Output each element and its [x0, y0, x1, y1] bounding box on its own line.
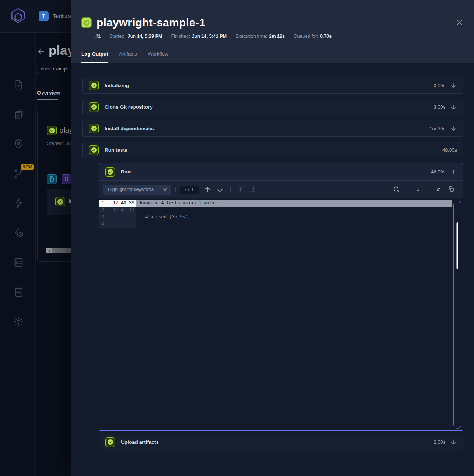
tab-log-output[interactable]: Log Output: [81, 51, 108, 63]
line-number[interactable]: 1: [99, 200, 111, 207]
scroll-to-bottom-button[interactable]: [250, 186, 257, 193]
scroll-bottom-icon: [250, 186, 257, 192]
server-icon: [13, 257, 24, 268]
scrollbar-thumb[interactable]: [52, 248, 71, 253]
meta-value: Jun 14, 5:39 PM: [128, 34, 162, 39]
chevron-down-icon[interactable]: [450, 125, 457, 132]
line-timestamp: [111, 221, 136, 228]
zip-file-icon: [49, 176, 55, 182]
scroll-left-arrow-icon[interactable]: ◀: [46, 248, 52, 253]
log-line[interactable]: 4: [99, 221, 452, 228]
bg-step-label: In: [69, 198, 71, 204]
chevron-down-icon[interactable]: [450, 104, 457, 110]
step-label: Run: [121, 169, 431, 175]
status-success-icon: [89, 81, 99, 90]
tag-value: example: [53, 66, 70, 72]
log-line[interactable]: 3 4 passed (35.5s): [99, 214, 452, 221]
bg-card-title: play: [59, 126, 71, 135]
line-text: Running 4 tests using 1 worker: [136, 200, 452, 207]
log-scrollbar[interactable]: [453, 201, 461, 429]
word-wrap-button[interactable]: [414, 186, 421, 193]
next-match-button[interactable]: [216, 186, 224, 193]
status-success-icon: [89, 124, 99, 133]
meta-value: 0.70s: [320, 34, 332, 39]
log-toolbar-right: [382, 186, 458, 193]
arrow-down-icon: [216, 186, 224, 193]
line-number[interactable]: 4: [99, 221, 111, 228]
git-commit-icon: [63, 176, 69, 182]
sidebar-item-triggers[interactable]: [13, 198, 24, 209]
background-page: T Testkube: [0, 0, 71, 476]
bg-page-title: play: [49, 43, 71, 58]
org-name: Testkube: [53, 13, 71, 19]
toolbar-divider: [175, 187, 176, 192]
sidebar-item-tests[interactable]: [13, 79, 24, 90]
git-commit-button[interactable]: [62, 174, 71, 184]
step-duration: 48.00s: [442, 147, 457, 153]
toolbar-divider: [407, 187, 407, 192]
step-row-run-tests[interactable]: Run tests 48.00s: [82, 142, 463, 158]
copy-log-button[interactable]: [448, 186, 455, 193]
gear-icon: [13, 316, 24, 327]
meta-label: Started:: [109, 34, 126, 39]
chevron-up-icon[interactable]: [450, 169, 457, 175]
toolbar-divider: [428, 187, 428, 192]
line-number[interactable]: 2: [99, 207, 111, 214]
meta-value: 2m 12s: [269, 34, 284, 39]
shield-gear-icon: [13, 138, 24, 149]
tab-artifacts[interactable]: Artifacts: [119, 51, 137, 63]
step-row-clone-git[interactable]: Clone Git repository 3.00s: [82, 99, 463, 115]
run-step-panel: Run 46.00s Highlight for keywords - / 1: [99, 163, 463, 431]
testkube-logo-icon[interactable]: [9, 6, 27, 26]
line-text: [136, 221, 452, 228]
scroll-to-top-button[interactable]: [237, 186, 245, 193]
sidebar-item-test-suites[interactable]: [13, 109, 24, 120]
line-text: ....: [136, 207, 452, 214]
chevron-down-icon[interactable]: [450, 82, 457, 89]
sidebar-item-environment[interactable]: [13, 257, 24, 268]
status-success-icon: [47, 126, 57, 135]
step-duration: 3.00s: [434, 104, 445, 110]
org-avatar: T: [39, 11, 49, 21]
sidebar-item-sources[interactable]: [13, 168, 24, 179]
sidebar-item-webhooks[interactable]: [13, 227, 24, 238]
sidebar-item-status-pages[interactable]: [13, 287, 24, 298]
line-text: 4 passed (35.5s): [136, 214, 452, 221]
run-step-header[interactable]: Run 46.00s: [99, 163, 463, 181]
search-button[interactable]: [393, 186, 400, 193]
sidebar-item-executors[interactable]: [13, 138, 24, 149]
back-button[interactable]: [36, 47, 45, 56]
status-success-icon: [89, 102, 99, 112]
close-drawer-button[interactable]: [455, 19, 464, 27]
drawer-tabs: Log Output Artifacts Workflow: [81, 51, 464, 63]
artifacts-zip-button[interactable]: [47, 174, 57, 184]
meta-label: Execution time:: [236, 34, 267, 39]
tab-workflow[interactable]: Workflow: [148, 51, 168, 63]
drawer-body: Initializing 0.00s Clone Git repository …: [71, 63, 474, 476]
sidebar-item-settings[interactable]: [13, 316, 24, 327]
previous-match-button[interactable]: [204, 186, 211, 193]
files-check-icon: [13, 109, 24, 120]
step-row-initializing[interactable]: Initializing 0.00s: [82, 77, 463, 94]
step-label: Install dependencies: [105, 126, 429, 131]
chevron-down-icon[interactable]: [450, 439, 457, 446]
line-number[interactable]: 3: [99, 214, 111, 221]
step-row-install-dependencies[interactable]: Install dependencies 1m 20s: [82, 120, 463, 137]
sidebar: NEW: [0, 33, 36, 476]
step-row-upload-artifacts[interactable]: Upload artifacts 2.00s: [99, 434, 463, 450]
copy-icon: [448, 186, 454, 192]
execution-number: #1: [95, 34, 101, 39]
back-arrow-icon: [36, 47, 45, 56]
org-selector[interactable]: T Testkube: [39, 11, 71, 21]
highlight-keywords-select[interactable]: Highlight for keywords: [103, 185, 171, 195]
log-line[interactable]: 1 17:40:36 Running 4 tests using 1 worke…: [99, 200, 452, 207]
log-scrollbar-thumb[interactable]: [457, 222, 458, 269]
lightning-forward-icon: [13, 227, 24, 238]
horizontal-scrollbar[interactable]: ◀: [46, 248, 71, 253]
lightning-icon: [13, 198, 24, 209]
tab-overview[interactable]: Overview: [37, 90, 60, 96]
log-line[interactable]: 2 17:41:12 ....: [99, 207, 452, 214]
line-timestamp: [111, 214, 136, 221]
step-duration: 2.00s: [434, 439, 445, 445]
fullscreen-button[interactable]: [435, 186, 442, 193]
